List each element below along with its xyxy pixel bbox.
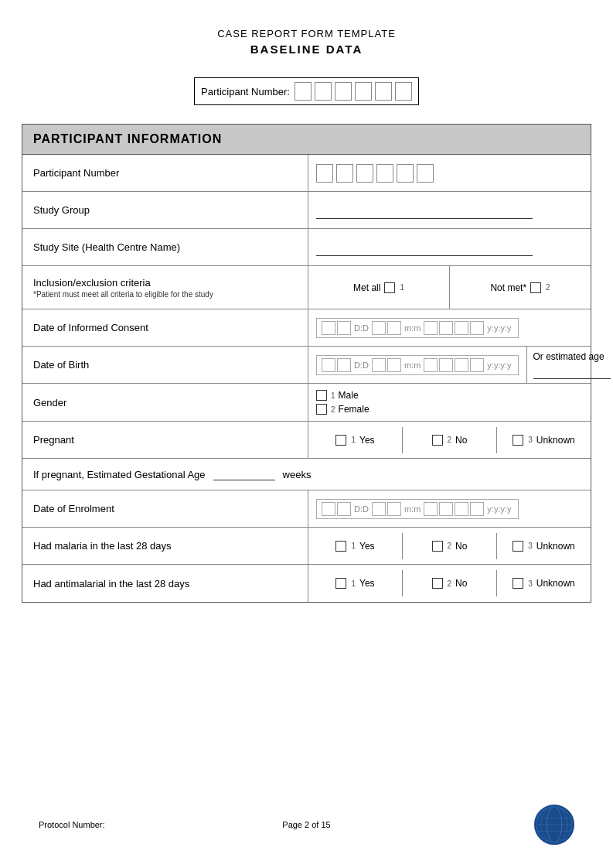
pn-cell-3[interactable] [335,82,352,101]
dc-y2 [439,321,453,335]
row-gender: Gender 1 Male 2 Female [22,384,591,422]
page-header: CASE REPORT FORM TEMPLATE BASELINE DATA [0,0,613,70]
checkbox-pregnant-yes[interactable] [335,435,346,446]
footer-protocol: Protocol Number: [39,820,217,829]
dc-d1 [322,321,335,335]
content-date-enrolment: D:D m:m y:y:y:y [308,490,591,527]
date-enrolment-field[interactable]: D:D m:m y:y:y:y [316,499,519,519]
dob-m1 [372,358,386,372]
date-of-birth-field[interactable]: D:D m:m y:y:y:y [316,355,519,375]
dob-y3 [455,358,468,372]
row-had-malaria: Had malaria in the last 28 days 1 Yes 2 … [22,528,591,565]
form-container: PARTICIPANT INFORMATION Participant Numb… [22,124,591,603]
pn-row-cell-1[interactable] [316,164,333,183]
row-study-group: Study Group [22,192,591,229]
de-m2 [387,502,401,516]
or-estimated-age: Or estimated age [526,347,613,383]
participant-number-header: Participant Number: [0,77,613,105]
dc-y3 [455,321,468,335]
gestational-age-field[interactable] [213,468,275,480]
checkbox-met-all[interactable] [384,282,395,293]
dob-d2 [337,358,351,372]
dob-d1 [322,358,335,372]
section-title: PARTICIPANT INFORMATION [33,132,222,145]
globe-svg [536,805,573,844]
pn-cell-1[interactable] [295,82,312,101]
content-had-malaria: 1 Yes 2 No 3 Unknown [308,528,591,564]
label-pregnant: Pregnant [22,422,308,458]
study-site-field[interactable] [316,239,533,256]
de-y4 [470,502,484,516]
de-m1 [372,502,386,516]
pn-row-cell-4[interactable] [376,164,393,183]
de-d2 [337,502,351,516]
checkbox-pregnant-no[interactable] [432,435,443,446]
checkbox-antimalarial-unknown[interactable] [513,578,523,589]
globe-icon [534,805,574,845]
label-had-antimalarial: Had antimalarial in the last 28 days [22,565,308,602]
label-study-group: Study Group [22,192,308,228]
pregnant-no: 2 No [403,427,497,453]
content-pregnant: 1 Yes 2 No 3 Unknown [308,422,591,458]
checkbox-antimalarial-yes[interactable] [335,578,346,589]
content-date-informed-consent: D:D m:m y:y:y:y [308,309,591,346]
row-gestational-age: If pregnant, Estimated Gestational Age w… [22,459,591,490]
content-study-site [308,229,591,265]
label-study-site: Study Site (Health Centre Name) [22,229,308,265]
estimated-age-field[interactable] [533,365,611,379]
label-date-informed-consent: Date of Informed Consent [22,309,308,346]
de-y2 [439,502,453,516]
pn-row-cell-6[interactable] [417,164,434,183]
checkbox-malaria-unknown[interactable] [513,541,523,552]
malaria-unknown: 3 Unknown [497,533,591,559]
row-pregnant: Pregnant 1 Yes 2 No 3 Unknown [22,422,591,459]
study-group-field[interactable] [316,202,533,219]
participant-number-box: Participant Number: [194,77,419,105]
date-informed-consent-field[interactable]: D:D m:m y:y:y:y [316,318,519,338]
dob-y2 [439,358,453,372]
dc-y1 [424,321,438,335]
footer-page: Page 2 of 15 [217,820,396,829]
label-participant-number: Participant Number [22,155,308,191]
pn-cell-5[interactable] [375,82,392,101]
pn-row-cell-5[interactable] [397,164,414,183]
form-title: CASE REPORT FORM TEMPLATE [0,28,613,39]
dob-m2 [387,358,401,372]
content-gender: 1 Male 2 Female [308,384,377,421]
dc-m1 [372,321,386,335]
inclusion-not-met: Not met* 2 [450,266,591,309]
pn-cell-4[interactable] [355,82,372,101]
pn-cell-6[interactable] [395,82,412,101]
label-had-malaria: Had malaria in the last 28 days [22,528,308,564]
label-gender: Gender [22,384,308,421]
gender-male: 1 Male [316,390,370,401]
gender-female: 2 Female [316,404,370,415]
participant-number-cells [295,82,412,101]
checkbox-malaria-no[interactable] [432,541,443,552]
row-date-of-birth: Date of Birth D:D m:m y:y:y:y [22,347,591,384]
pn-row-cell-2[interactable] [336,164,353,183]
footer-logo [396,805,574,845]
pn-row-cells [316,164,434,183]
content-participant-number [308,155,591,191]
checkbox-female[interactable] [316,404,327,415]
checkbox-antimalarial-no[interactable] [432,578,443,589]
checkbox-not-met[interactable] [530,282,541,293]
pregnant-unknown: 3 Unknown [497,427,591,453]
label-date-enrolment: Date of Enrolment [22,490,308,527]
form-subtitle: BASELINE DATA [0,43,613,56]
row-inclusion-exclusion: Inclusion/exclusion criteria *Patient mu… [22,266,591,309]
checkbox-male[interactable] [316,390,327,401]
checkbox-pregnant-unknown[interactable] [513,435,523,446]
antimalarial-no: 2 No [403,570,497,596]
dob-y1 [424,358,438,372]
dc-d2 [337,321,351,335]
dob-y4 [470,358,484,372]
row-participant-number: Participant Number [22,155,591,192]
antimalarial-yes: 1 Yes [308,570,403,596]
pn-row-cell-3[interactable] [356,164,373,183]
malaria-yes: 1 Yes [308,533,403,559]
antimalarial-unknown: 3 Unknown [497,570,591,596]
checkbox-malaria-yes[interactable] [335,541,346,552]
pn-cell-2[interactable] [315,82,332,101]
